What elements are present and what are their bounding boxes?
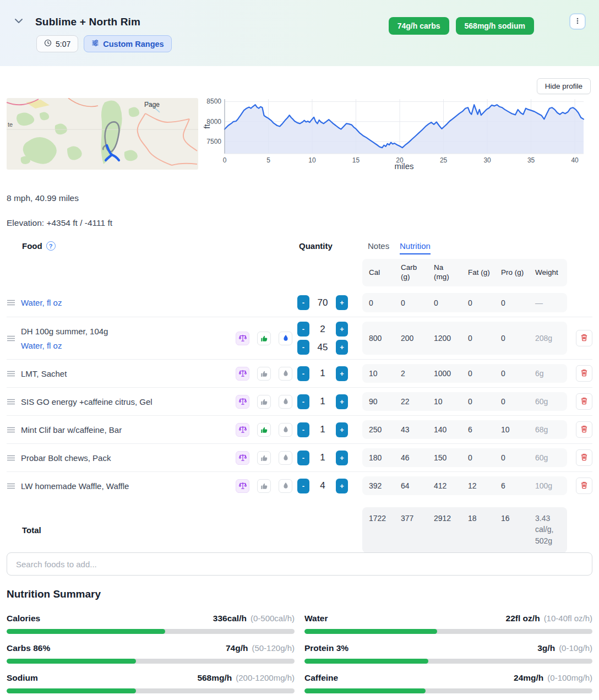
quantity-stepper: - 45 + (297, 340, 362, 355)
quantity-value[interactable]: 4 (309, 480, 336, 491)
thumbs-up-toggle-button[interactable] (257, 451, 271, 465)
nutrition-value: 200 (394, 334, 427, 343)
sliders-icon (91, 39, 99, 48)
increase-button[interactable]: + (336, 422, 348, 437)
water-drop-toggle-button[interactable] (279, 423, 292, 437)
nutrition-value: 0 (494, 369, 529, 378)
scale-toggle-button[interactable] (236, 332, 249, 345)
increase-button[interactable]: + (336, 394, 348, 409)
water-drop-toggle-button[interactable] (279, 451, 292, 465)
decrease-button[interactable]: - (297, 322, 309, 337)
summary-value: 336cal/h (213, 614, 247, 623)
nutrition-summary-title: Nutrition Summary (7, 588, 592, 600)
search-input[interactable] (7, 552, 592, 576)
drag-handle-icon[interactable] (7, 370, 15, 377)
decrease-button[interactable]: - (297, 394, 309, 409)
decrease-button[interactable]: - (297, 451, 309, 465)
nutrition-value: 0 (461, 334, 494, 343)
increase-button[interactable]: + (336, 340, 348, 355)
scale-toggle-button[interactable] (236, 479, 249, 493)
scale-toggle-button[interactable] (236, 367, 249, 381)
nutrition-value: 0 (461, 369, 494, 378)
delete-food-button[interactable] (576, 477, 592, 494)
nutrition-value: 180 (362, 453, 394, 462)
drag-handle-icon[interactable] (7, 454, 15, 462)
summary-item: Calories 336cal/h (0-500cal/h) (7, 614, 295, 634)
svg-text:10: 10 (308, 156, 316, 164)
decrease-button[interactable]: - (297, 295, 309, 310)
nutrition-value: 0 (494, 397, 529, 406)
decrease-button[interactable]: - (297, 340, 309, 355)
help-icon[interactable]: ? (46, 241, 56, 251)
delete-food-button[interactable] (576, 365, 592, 382)
quantity-value[interactable]: 2 (309, 324, 336, 335)
decrease-button[interactable]: - (297, 366, 309, 381)
more-options-button[interactable] (569, 13, 586, 30)
total-value: 18 (461, 513, 494, 524)
delete-food-button[interactable] (576, 449, 592, 466)
delete-food-button[interactable] (576, 393, 592, 410)
nutrition-value: 0 (394, 299, 427, 307)
increase-button[interactable]: + (336, 479, 348, 493)
quantity-value[interactable]: 70 (309, 297, 336, 308)
speed-distance-stat: 8 mph, 40.99 miles (7, 193, 79, 203)
thumbs-up-toggle-button[interactable] (257, 367, 271, 381)
scale-toggle-button[interactable] (236, 423, 249, 437)
decrease-button[interactable]: - (297, 422, 309, 437)
summary-label: Protein 3% (304, 643, 348, 653)
drag-handle-icon[interactable] (7, 398, 15, 405)
water-drop-toggle-button[interactable] (279, 332, 292, 345)
duration-badge[interactable]: 5:07 (36, 35, 78, 52)
progress-bar (7, 659, 295, 664)
quantity-value[interactable]: 45 (309, 342, 336, 353)
summary-item: Caffeine 24mg/h (0-100mg/h) (304, 673, 592, 693)
increase-button[interactable]: + (336, 451, 348, 465)
route-map[interactable]: Page te (7, 98, 198, 170)
food-table-row: SIS GO energy +caffeine citrus, Gel - 1 … (7, 387, 592, 415)
scale-toggle-button[interactable] (236, 451, 249, 465)
quantity-value[interactable]: 1 (309, 424, 336, 435)
summary-range: (0-500cal/h) (251, 614, 295, 623)
summary-label: Sodium (7, 673, 38, 683)
svg-text:40: 40 (571, 156, 579, 164)
nutrition-value: 2 (394, 369, 427, 378)
water-drop-toggle-button[interactable] (279, 479, 292, 493)
custom-ranges-button[interactable]: Custom Ranges (84, 35, 171, 52)
increase-button[interactable]: + (336, 366, 348, 381)
water-drop-toggle-button[interactable] (279, 395, 292, 409)
decrease-button[interactable]: - (297, 479, 309, 493)
water-drop-toggle-button[interactable] (279, 367, 292, 381)
nutrition-value: — (529, 299, 567, 307)
collapse-button[interactable] (11, 13, 26, 30)
svg-text:30: 30 (483, 156, 491, 164)
food-link[interactable]: Water, fl oz (21, 298, 236, 307)
nutrition-column-label: Weight (529, 268, 567, 278)
drag-handle-icon[interactable] (7, 299, 15, 306)
increase-button[interactable]: + (336, 295, 348, 310)
scale-toggle-button[interactable] (236, 395, 249, 409)
svg-text:0: 0 (223, 156, 227, 164)
nutrition-column-label: Cal (362, 268, 394, 278)
thumbs-up-toggle-button[interactable] (257, 423, 271, 437)
quantity-value[interactable]: 1 (309, 452, 336, 463)
tab-notes[interactable]: Notes (368, 241, 389, 251)
svg-text:miles: miles (394, 161, 413, 171)
drag-handle-icon[interactable] (7, 335, 15, 342)
delete-food-button[interactable] (576, 421, 592, 438)
thumbs-up-toggle-button[interactable] (257, 395, 271, 409)
food-link[interactable]: Water, fl oz (21, 341, 236, 350)
tab-nutrition[interactable]: Nutrition (400, 241, 431, 254)
quantity-value[interactable]: 1 (309, 368, 336, 379)
increase-button[interactable]: + (336, 322, 348, 337)
thumbs-up-toggle-button[interactable] (257, 479, 271, 493)
thumbs-up-toggle-button[interactable] (257, 332, 271, 345)
drag-handle-icon[interactable] (7, 426, 15, 433)
custom-ranges-label: Custom Ranges (103, 40, 164, 48)
header-bar: Sublime + North Rim 74g/h carbs 568mg/h … (0, 0, 599, 66)
quantity-value[interactable]: 1 (309, 396, 336, 407)
total-value: 1722 (362, 513, 394, 524)
progress-bar (304, 688, 592, 693)
delete-food-button[interactable] (576, 330, 592, 346)
drag-handle-icon[interactable] (7, 482, 15, 490)
summary-label: Caffeine (304, 673, 338, 683)
